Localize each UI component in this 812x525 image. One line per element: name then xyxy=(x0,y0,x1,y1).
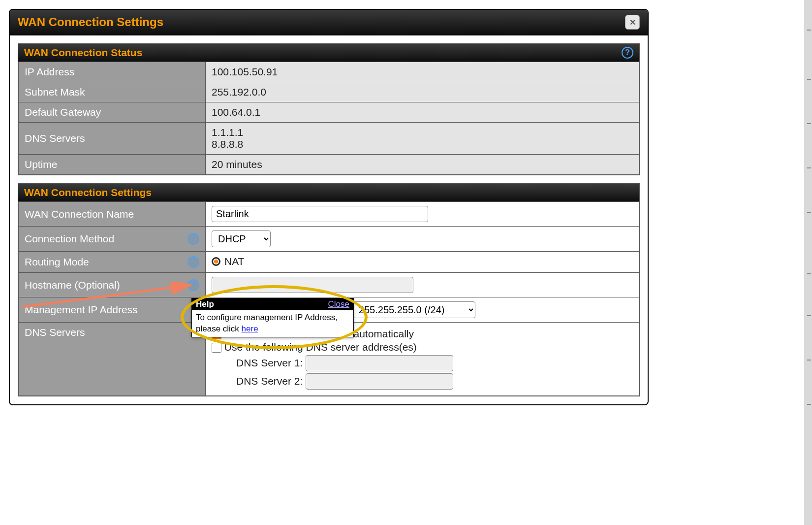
table-row: WAN Connection Name xyxy=(19,202,639,227)
settings-title: WAN Connection Settings xyxy=(24,187,152,198)
table-row: Default Gateway 100.64.0.1 xyxy=(19,102,639,123)
dns-servers-label: DNS Servers xyxy=(19,123,206,155)
hostname-input[interactable] xyxy=(212,277,413,293)
help-icon[interactable]: ? xyxy=(187,279,199,291)
routing-mode-nat-radio[interactable]: NAT xyxy=(212,256,244,267)
routing-mode-value: NAT xyxy=(224,256,244,267)
dialog-header: WAN Connection Settings ✕ xyxy=(10,10,648,35)
dns2-input[interactable] xyxy=(306,373,453,390)
table-row: IP Address 100.105.50.91 xyxy=(19,62,639,82)
table-row: Connection Method ? DHCP xyxy=(19,227,639,252)
close-icon[interactable]: ✕ xyxy=(625,15,640,30)
status-section: WAN Connection Status ? IP Address 100.1… xyxy=(18,43,640,175)
table-row: Hostname (Optional) ? xyxy=(19,273,639,297)
help-icon[interactable]: ? xyxy=(187,233,199,245)
connection-method-select[interactable]: DHCP xyxy=(212,230,271,247)
uptime-value: 20 minutes xyxy=(206,155,639,175)
help-icon[interactable]: ? xyxy=(622,47,633,59)
dns-servers-settings-label: DNS Servers xyxy=(19,323,206,396)
help-popup-title: Help xyxy=(196,299,214,309)
table-row: Uptime 20 minutes xyxy=(19,155,639,175)
ip-address-label: IP Address xyxy=(19,62,206,82)
connection-method-label: Connection Method xyxy=(25,233,114,245)
help-popup-body: To configure management IP Address, plea… xyxy=(192,310,353,337)
wan-name-input[interactable] xyxy=(212,206,428,222)
help-popup-here-link[interactable]: here xyxy=(242,324,258,333)
table-row: Routing Mode ? NAT xyxy=(19,252,639,273)
uptime-label: Uptime xyxy=(19,155,206,175)
default-gateway-value: 100.64.0.1 xyxy=(206,102,639,123)
dns-manual-checkbox[interactable] xyxy=(212,343,221,353)
dns-servers-value: 1.1.1.1 8.8.8.8 xyxy=(206,123,639,155)
ip-address-value: 100.105.50.91 xyxy=(206,62,639,82)
wan-settings-dialog: WAN Connection Settings ✕ WAN Connection… xyxy=(9,9,649,405)
radio-selected-icon xyxy=(212,257,220,266)
routing-mode-label: Routing Mode xyxy=(25,256,89,268)
status-title: WAN Connection Status xyxy=(24,47,142,59)
mgmt-subnet-select[interactable]: 255.255.255.0 (/24) xyxy=(352,301,475,318)
hostname-label: Hostname (Optional) xyxy=(25,279,120,291)
help-popup-close-link[interactable]: Close xyxy=(328,299,349,309)
settings-header: WAN Connection Settings xyxy=(18,184,639,201)
table-row: DNS Servers 1.1.1.1 8.8.8.8 xyxy=(19,123,639,155)
scrollbar[interactable] xyxy=(804,0,812,414)
subnet-mask-value: 255.192.0.0 xyxy=(206,82,639,102)
subnet-mask-label: Subnet Mask xyxy=(19,82,206,102)
table-row: Subnet Mask 255.192.0.0 xyxy=(19,82,639,102)
mgmt-ip-label: Management IP Address xyxy=(19,297,206,323)
help-popup: Help Close To configure management IP Ad… xyxy=(191,298,354,337)
dialog-title: WAN Connection Settings xyxy=(18,15,163,29)
status-header: WAN Connection Status ? xyxy=(18,44,639,62)
dns1-input[interactable] xyxy=(306,355,453,371)
settings-section: WAN Connection Settings WAN Connection N… xyxy=(18,183,640,396)
wan-name-label: WAN Connection Name xyxy=(19,202,206,227)
dns1-label: DNS Server 1: xyxy=(236,357,303,368)
status-table: IP Address 100.105.50.91 Subnet Mask 255… xyxy=(18,62,639,175)
dns-manual-option[interactable]: Use the following DNS server address(es) xyxy=(212,341,633,353)
dns2-label: DNS Server 2: xyxy=(236,375,303,387)
default-gateway-label: Default Gateway xyxy=(19,102,206,123)
help-icon[interactable]: ? xyxy=(187,256,199,268)
